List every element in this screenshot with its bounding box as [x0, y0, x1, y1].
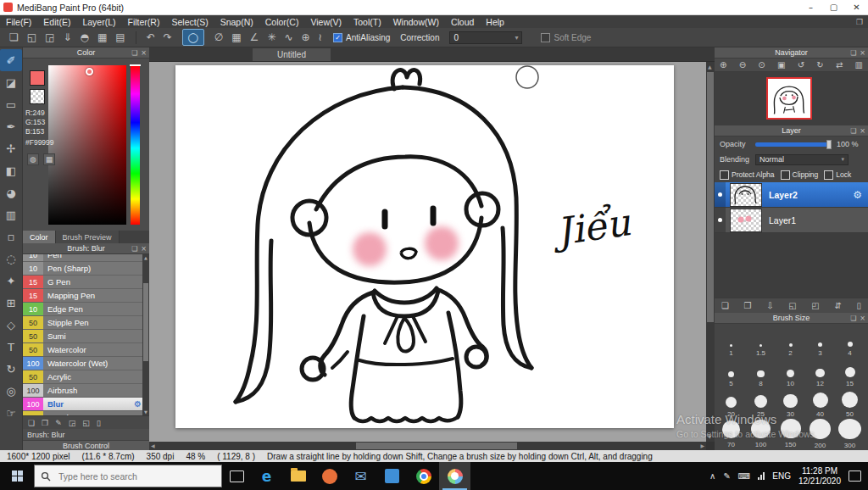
scroll-right-icon[interactable]: ▶: [700, 443, 704, 449]
checkbox-clipping[interactable]: Clipping: [781, 170, 819, 180]
brush-item-mapping-pen[interactable]: 15Mapping Pen: [23, 289, 149, 303]
close-icon[interactable]: ×: [141, 245, 147, 253]
snap-circle-icon[interactable]: ⊕: [302, 31, 310, 43]
action-center-icon[interactable]: [849, 471, 861, 482]
soft-edge-checkbox[interactable]: Soft Edge: [541, 33, 601, 42]
pen-tool[interactable]: ✒: [0, 115, 22, 137]
task-view-button[interactable]: [222, 462, 251, 490]
brush-size-header[interactable]: Brush Size ❏ ×: [715, 313, 868, 324]
zoom-in-icon[interactable]: ⊕: [720, 60, 726, 70]
brush-size-20[interactable]: 20: [716, 388, 746, 419]
menu-snap-n[interactable]: Snap(N): [214, 17, 259, 27]
window-minimize-button[interactable]: –: [799, 0, 822, 15]
duplicate-brush-icon[interactable]: ❐: [42, 419, 48, 427]
rotate-tool[interactable]: ↻: [0, 358, 22, 380]
taskbar-search[interactable]: [34, 465, 222, 487]
brush-size-15[interactable]: 15: [835, 358, 865, 388]
navigator-thumbnail[interactable]: [766, 77, 812, 120]
delete-layer-icon[interactable]: ▯: [856, 301, 861, 310]
eraser-tool[interactable]: ◪: [0, 71, 22, 93]
bucket-tool[interactable]: ◕: [0, 181, 22, 203]
brush-size-100[interactable]: 100: [746, 419, 776, 449]
fill-tool[interactable]: ◧: [0, 159, 22, 181]
slider-handle[interactable]: [826, 140, 832, 149]
menu-select-s[interactable]: Select(S): [165, 17, 214, 27]
pen-settings-icon[interactable]: ✎: [723, 471, 730, 481]
brush-size-200[interactable]: 200: [805, 419, 835, 449]
snap-free-icon[interactable]: ≀: [319, 31, 323, 43]
edit-brush-icon[interactable]: ✎: [55, 419, 62, 427]
menu-file-f[interactable]: File(F): [0, 17, 37, 27]
canvas-viewport[interactable]: Jiểu: [149, 62, 706, 442]
menu-filter-r[interactable]: Filter(R): [122, 17, 166, 27]
brush-size-70[interactable]: 70: [716, 419, 746, 449]
material-icon[interactable]: ▤: [115, 31, 125, 43]
app-chrome[interactable]: [408, 462, 439, 490]
canvas[interactable]: Jiểu: [175, 65, 674, 428]
navigator-header[interactable]: Navigator ❏ ×: [715, 47, 868, 58]
language-indicator[interactable]: ENG: [772, 471, 791, 481]
hue-slider-handle[interactable]: [130, 64, 141, 66]
scrollbar-thumb[interactable]: [707, 72, 714, 322]
app-explorer[interactable]: [282, 462, 314, 490]
add-brush-icon[interactable]: ❏: [28, 419, 35, 427]
snap-curve-icon[interactable]: ∿: [284, 31, 292, 43]
open-icon[interactable]: ◱: [27, 31, 36, 43]
color-panel-header[interactable]: Color ❏ ×: [23, 47, 149, 58]
snap-radial-icon[interactable]: ✳: [267, 31, 275, 43]
redo-icon[interactable]: ↷: [164, 31, 172, 43]
close-icon[interactable]: ×: [860, 315, 865, 322]
brush-item-sumi[interactable]: 50Sumi: [23, 330, 149, 343]
horizontal-scrollbar[interactable]: ◀ ▶: [149, 442, 706, 450]
menu-color-c[interactable]: Color(C): [259, 17, 305, 27]
layer-settings-icon[interactable]: ⚙: [853, 189, 862, 201]
scroll-up-icon[interactable]: ▲: [708, 64, 712, 70]
checkbox-protect-alpha[interactable]: Protect Alpha: [720, 170, 775, 180]
brush-list-scrollbar[interactable]: ▲ ▼: [142, 254, 149, 415]
tab-untitled[interactable]: Untitled: [253, 48, 331, 61]
checkbox-lock[interactable]: Lock: [824, 170, 851, 180]
hue-slider[interactable]: [131, 65, 140, 225]
delete-brush-icon[interactable]: ▯: [97, 419, 101, 427]
brush-item-watercolor-wet[interactable]: 100Watercolor (Wet): [23, 357, 149, 370]
layer-panel-header[interactable]: Layer ❏ ×: [715, 125, 868, 136]
brush-settings-icon[interactable]: ⚙: [134, 399, 142, 409]
blending-dropdown[interactable]: Normal ▾: [755, 154, 849, 165]
app-edge[interactable]: e: [251, 462, 282, 490]
grid-icon[interactable]: ▦: [97, 31, 107, 43]
brush-item-pen-sharp[interactable]: 10Pen (Sharp): [23, 262, 149, 276]
layer-visibility-toggle[interactable]: [715, 182, 726, 207]
menu-window-w[interactable]: Window(W): [387, 17, 445, 27]
close-icon[interactable]: ×: [860, 49, 865, 57]
save-icon[interactable]: ◲: [45, 31, 54, 43]
zoom-out-icon[interactable]: ⊖: [739, 60, 746, 70]
color-wheel-icon[interactable]: ◍: [27, 153, 39, 165]
spread-view-icon[interactable]: ▥: [855, 60, 863, 70]
eyedropper-tool[interactable]: ◎: [0, 380, 22, 402]
import-brush-icon[interactable]: ◲: [69, 419, 76, 427]
brush-size-40[interactable]: 40: [805, 388, 835, 419]
brush-folder-icon[interactable]: ◱: [82, 419, 90, 427]
tab-color[interactable]: Color: [23, 231, 56, 243]
brush-item-watercolor[interactable]: 50Watercolor: [23, 343, 149, 357]
brush-size-1[interactable]: 1: [716, 327, 746, 358]
brush-size-2[interactable]: 2: [776, 327, 805, 358]
rotate-ccw-icon[interactable]: ↺: [798, 60, 804, 70]
wand-tool[interactable]: ✦: [0, 270, 22, 292]
app-mail[interactable]: ✉: [345, 462, 376, 490]
add-layer-icon[interactable]: ❏: [721, 301, 729, 310]
brush-size-12[interactable]: 12: [805, 358, 835, 388]
popout-icon[interactable]: ❏: [850, 127, 856, 135]
gradient-tool[interactable]: ▥: [0, 203, 22, 226]
layer-visibility-toggle[interactable]: [715, 208, 726, 232]
brush-item-airbrush[interactable]: 100Airbrush: [23, 384, 149, 398]
brush-item-g-pen[interactable]: 15G Pen: [23, 276, 149, 289]
select-tool[interactable]: ▫: [0, 226, 22, 248]
new-canvas-icon[interactable]: ❏: [9, 31, 19, 43]
merge-down-icon[interactable]: ⇩: [766, 301, 773, 310]
snap-grid-icon[interactable]: ▦: [231, 31, 241, 43]
layer-row-layer2[interactable]: Layer2⚙: [715, 182, 868, 208]
layer-folder-icon[interactable]: ◰: [811, 301, 819, 310]
scroll-up-icon[interactable]: ▲: [142, 255, 149, 260]
duplicate-layer-icon[interactable]: ❐: [744, 301, 752, 310]
